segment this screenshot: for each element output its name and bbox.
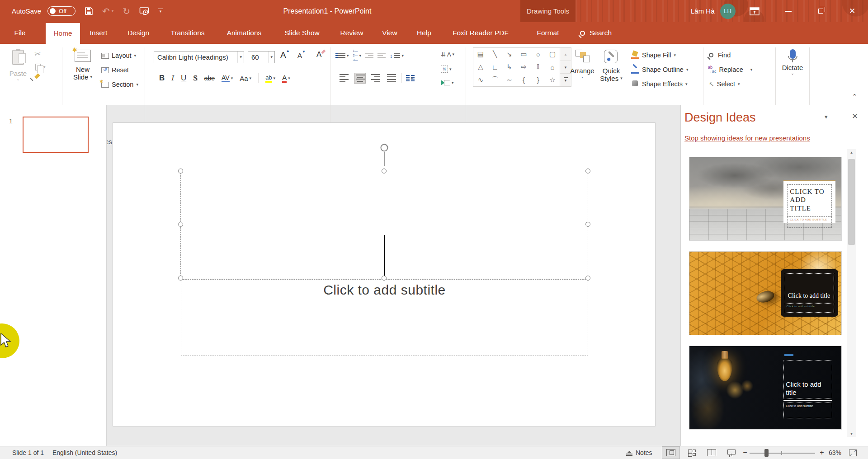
character-spacing-button[interactable]: AV ▾ bbox=[222, 74, 233, 82]
customize-qat-button[interactable]: ▾ bbox=[158, 9, 163, 14]
shape-outline-button[interactable]: Shape Outline ▾ bbox=[631, 64, 688, 75]
shape-oval-icon[interactable]: ○ bbox=[531, 48, 545, 61]
fit-slide-to-window-button[interactable] bbox=[849, 446, 857, 459]
shape-triangle-icon[interactable]: △ bbox=[473, 61, 488, 73]
shape-right-arrow-icon[interactable]: ⇨ bbox=[517, 61, 531, 73]
ribbon-display-options-button[interactable] bbox=[741, 0, 768, 22]
zoom-out-button[interactable]: − bbox=[741, 446, 750, 459]
zoom-slider[interactable] bbox=[750, 446, 815, 459]
zoom-level[interactable]: 63% bbox=[829, 446, 841, 459]
align-right-button[interactable] bbox=[370, 73, 382, 84]
font-size-combobox[interactable]: 60 ▾ bbox=[248, 51, 275, 63]
select-button[interactable]: ↖ Select ▾ bbox=[709, 78, 740, 90]
shape-rounded-rectangle-icon[interactable]: ▢ bbox=[545, 48, 560, 61]
underline-button[interactable]: U bbox=[181, 74, 186, 83]
slide-thumbnail[interactable] bbox=[23, 117, 89, 153]
zoom-in-button[interactable]: + bbox=[817, 446, 826, 459]
avatar[interactable]: LH bbox=[720, 4, 736, 19]
tab-transitions[interactable]: Transitions bbox=[170, 22, 204, 44]
shape-freeform-icon[interactable]: ⌂ bbox=[545, 61, 560, 73]
find-button[interactable]: Find bbox=[709, 49, 731, 61]
zoom-slider-thumb[interactable] bbox=[764, 449, 769, 457]
tab-view[interactable]: View bbox=[382, 22, 397, 44]
resize-handle-bottom-center[interactable] bbox=[382, 276, 387, 281]
shape-arc-icon[interactable]: ⌒ bbox=[488, 74, 502, 86]
slide-sorter-view-button[interactable] bbox=[684, 446, 700, 459]
tab-slide-show[interactable]: Slide Show bbox=[284, 22, 320, 44]
text-highlight-color-button[interactable]: ab ▾ bbox=[265, 74, 275, 83]
close-button[interactable]: ✕ bbox=[839, 0, 865, 22]
scrollbar-up-icon[interactable]: ▴ bbox=[847, 150, 856, 155]
font-color-button[interactable]: A ▾ bbox=[282, 74, 290, 83]
reset-button[interactable]: ↺ Reset bbox=[101, 64, 129, 76]
copy-button[interactable]: ▾ bbox=[35, 64, 46, 70]
save-button[interactable] bbox=[85, 7, 93, 15]
dictate-button[interactable]: Dictate ⌄ bbox=[778, 48, 807, 91]
justify-button[interactable] bbox=[386, 73, 397, 84]
slide-show-view-button[interactable] bbox=[723, 446, 740, 459]
arrange-button[interactable]: Arrange ⌄ bbox=[570, 48, 595, 91]
shape-line-icon[interactable]: ╲ bbox=[488, 48, 502, 61]
numbering-button[interactable]: 1—2—3— ▾ bbox=[353, 49, 361, 62]
decrease-indent-button[interactable] bbox=[365, 53, 373, 58]
increase-indent-button[interactable] bbox=[377, 53, 386, 58]
design-idea-thumbnail-2[interactable]: Click to add title Click to add subtitle bbox=[689, 251, 842, 335]
reading-view-button[interactable] bbox=[703, 446, 720, 459]
tab-help[interactable]: Help bbox=[417, 22, 431, 44]
tab-home[interactable]: Home bbox=[46, 23, 80, 44]
rotate-handle[interactable] bbox=[379, 143, 389, 153]
font-name-combobox[interactable]: Calibri Light (Headings) ▾ bbox=[154, 51, 244, 63]
shape-right-brace-icon[interactable]: } bbox=[531, 74, 545, 86]
shape-text-box-icon[interactable]: ▤ bbox=[473, 48, 488, 61]
tab-design[interactable]: Design bbox=[127, 22, 149, 44]
undo-button[interactable]: ↶ ▾ bbox=[102, 6, 113, 17]
layout-button[interactable]: Layout ▾ bbox=[101, 50, 136, 61]
align-center-button[interactable] bbox=[354, 73, 366, 84]
tab-review[interactable]: Review bbox=[340, 22, 363, 44]
scrollbar-down-icon[interactable]: ▾ bbox=[847, 431, 856, 436]
replace-button[interactable]: ab→ac Replace ▾ bbox=[708, 64, 752, 75]
resize-handle-top-right[interactable] bbox=[585, 169, 590, 173]
resize-handle-top-left[interactable] bbox=[178, 169, 183, 173]
shape-down-arrow-icon[interactable]: ⇩ bbox=[531, 61, 545, 73]
text-direction-button[interactable]: ⇊ A ▾ bbox=[441, 51, 454, 58]
columns-button[interactable]: ▾ bbox=[406, 75, 413, 81]
paste-button[interactable]: Paste ⌄ bbox=[6, 48, 30, 91]
shape-effects-button[interactable]: Shape Effects ▾ bbox=[631, 78, 688, 90]
pane-close-icon[interactable]: ✕ bbox=[852, 112, 858, 121]
stop-showing-ideas-link[interactable]: Stop showing ideas for new presentations bbox=[684, 134, 810, 142]
shape-star-icon[interactable]: ☆ bbox=[545, 74, 560, 86]
tab-animations[interactable]: Animations bbox=[227, 22, 262, 44]
tab-file[interactable]: File bbox=[14, 22, 26, 44]
slide-counter[interactable]: Slide 1 of 1 bbox=[12, 446, 44, 459]
subtitle-placeholder[interactable]: Click to add subtitle bbox=[181, 279, 588, 356]
start-from-beginning-button[interactable] bbox=[139, 7, 149, 16]
slide-canvas[interactable]: Click to add subtitle bbox=[113, 122, 656, 426]
tab-format[interactable]: Format bbox=[537, 22, 559, 44]
notes-button[interactable]: Notes bbox=[626, 446, 652, 459]
convert-smartart-button[interactable]: ▾ bbox=[441, 80, 454, 85]
restore-button[interactable] bbox=[807, 0, 834, 22]
design-idea-thumbnail-3[interactable]: Click to add title Click to add subtitle bbox=[689, 346, 842, 430]
align-text-button[interactable]: ⇅ ▾ bbox=[441, 66, 452, 73]
bullets-button[interactable]: ▾ bbox=[338, 53, 349, 58]
text-shadow-button[interactable]: S bbox=[193, 74, 197, 83]
shape-elbow-arrow-icon[interactable]: ↳ bbox=[502, 61, 517, 73]
redo-button[interactable]: ↻ bbox=[123, 6, 130, 17]
decrease-font-size-button[interactable]: A▼ bbox=[297, 52, 302, 59]
resize-handle-bottom-right[interactable] bbox=[585, 276, 590, 281]
line-spacing-button[interactable]: ↕ ▾ bbox=[390, 52, 404, 59]
autosave-toggle[interactable]: Off bbox=[47, 6, 75, 16]
shape-fill-button[interactable]: Shape Fill ▾ bbox=[631, 49, 676, 61]
resize-handle-middle-left[interactable] bbox=[178, 222, 183, 227]
design-idea-thumbnail-1[interactable]: CLICK TO ADD TITLE CLICK TO ADD SUBTITLE bbox=[689, 157, 842, 241]
shape-scribble-icon[interactable]: ∿ bbox=[473, 74, 488, 86]
change-case-button[interactable]: Aa ▾ bbox=[240, 75, 251, 82]
quick-styles-button[interactable]: Quick Styles▾ bbox=[597, 48, 626, 91]
design-pane-scrollbar[interactable]: ▴ ▾ bbox=[847, 149, 856, 437]
shape-left-brace-icon[interactable]: { bbox=[517, 74, 531, 86]
clear-formatting-button[interactable]: A bbox=[316, 50, 321, 59]
tab-insert[interactable]: Insert bbox=[90, 22, 108, 44]
tab-foxit-reader-pdf[interactable]: Foxit Reader PDF bbox=[453, 22, 509, 44]
resize-handle-middle-right[interactable] bbox=[585, 222, 590, 227]
